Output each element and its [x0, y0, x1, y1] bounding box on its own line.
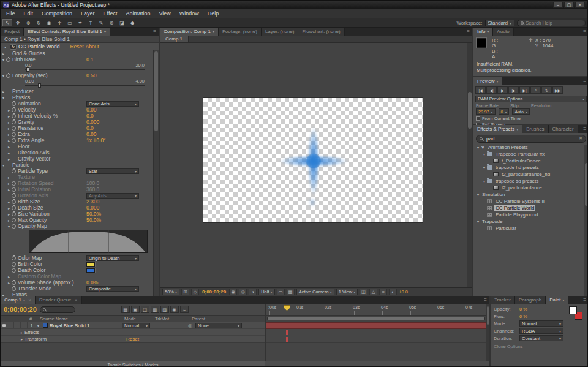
paint-mode-dropdown[interactable]: Normal▾ — [519, 320, 564, 327]
reset-link[interactable]: Reset — [70, 44, 83, 50]
composition-mini-flowchart-icon[interactable]: ▦ — [121, 306, 130, 313]
param-max-opacity[interactable]: ▸Max Opacity50.0% — [1, 217, 153, 223]
param-longevity-sec[interactable]: ▾Longevity (sec)0.50 — [1, 72, 153, 78]
menu-layer[interactable]: Layer — [77, 10, 99, 17]
preset-item-animation-presets[interactable]: ▾∗Animation Presets — [473, 144, 584, 151]
layer-duration-bar[interactable] — [266, 322, 486, 329]
show-channel-icon[interactable]: ◑ — [249, 289, 257, 295]
tab-layer-none[interactable]: Layer: (none) — [262, 28, 299, 36]
preset-item-t-particulardance[interactable]: t_ParticularDance — [473, 157, 584, 164]
param-value[interactable]: 360.0 — [86, 186, 99, 192]
minimize-button[interactable]: – — [553, 2, 563, 8]
toolbar-pan-behind-tool[interactable]: ✛ — [55, 19, 64, 26]
param-dropdown[interactable]: Composite▾ — [86, 286, 139, 292]
stopwatch-icon[interactable] — [12, 206, 16, 210]
timeline-button-icon[interactable]: ≡ — [379, 289, 387, 295]
toolbar-rotation-tool[interactable]: ↻ — [34, 19, 43, 26]
resolution-dropdown[interactable]: Auto▾ — [512, 108, 529, 115]
param-value[interactable]: 2.300 — [86, 199, 99, 205]
about-link[interactable]: About... — [86, 44, 104, 50]
param-rotation-speed[interactable]: ▸Rotation Speed100.0 — [1, 180, 153, 186]
close-button[interactable]: ✕ — [575, 2, 585, 8]
layer-transform-group[interactable]: ▸ Transform Reset — [1, 336, 265, 342]
toolbar-selection-tool[interactable]: ↖ — [2, 19, 12, 26]
stopwatch-icon[interactable] — [12, 138, 16, 143]
fx-icon[interactable]: fx — [10, 44, 17, 50]
param-value[interactable]: 0.50 — [86, 72, 97, 78]
stopwatch-icon[interactable] — [12, 287, 16, 291]
region-of-interest-icon[interactable]: ▭ — [277, 289, 285, 295]
param-custom-color-map[interactable]: ▸Custom Color Map — [1, 273, 153, 279]
time-ruler[interactable]: :00s01s02s03s04s05s06s07s — [265, 304, 486, 316]
twirl-icon[interactable]: ▾ — [475, 219, 481, 224]
param-value[interactable]: 0.000 — [86, 205, 99, 211]
param-grid-guides[interactable]: ▸Grid & Guides — [1, 50, 153, 56]
param-value[interactable]: 100.0 — [86, 180, 99, 186]
resolution-menu[interactable]: Half▾ — [258, 289, 274, 295]
twirl-icon[interactable]: ▾ — [481, 179, 487, 183]
stopwatch-icon[interactable] — [12, 102, 16, 106]
param-extras[interactable]: ▸Extras — [1, 292, 153, 296]
menu-view[interactable]: View — [154, 10, 175, 17]
param-direction-axis[interactable]: ▸Direction Axis — [1, 149, 153, 156]
tab-composition-comp-1[interactable]: Composition: Comp 1▾ — [160, 28, 219, 36]
paint-duration-dropdown[interactable]: Constant▾ — [519, 335, 564, 341]
preset-item-trapcode-hd-presets[interactable]: ▾trapcode hd presets — [473, 164, 584, 171]
parent-pickwhip-icon[interactable]: ◎ — [188, 323, 192, 328]
twirl-icon[interactable]: ▾ — [481, 152, 487, 156]
param-death-size[interactable]: ▸Death Size0.000 — [1, 205, 153, 211]
param-dropdown[interactable]: Star▾ — [86, 168, 139, 174]
panel-menu-icon[interactable]: ≡ — [581, 125, 588, 133]
twirl-icon[interactable]: ▸ — [6, 126, 12, 131]
transform-reset-link[interactable]: Reset — [126, 336, 139, 342]
stopwatch-icon[interactable] — [12, 126, 16, 131]
param-particle-type[interactable]: Particle TypeStar▾ — [1, 168, 153, 174]
twirl-icon[interactable]: ▸ — [6, 120, 12, 124]
param-value[interactable]: 0.00 — [86, 131, 97, 137]
graph-editor-icon[interactable]: ≈ — [180, 306, 189, 313]
stopwatch-icon[interactable] — [12, 256, 16, 260]
toolbar-brush-tool[interactable]: ✎ — [96, 19, 106, 26]
stopwatch-icon[interactable] — [12, 194, 16, 198]
twirl-icon[interactable]: ▾ — [36, 323, 41, 328]
preset-item-t2-particulardance[interactable]: t2_particulardance — [473, 184, 584, 191]
first-frame-button[interactable]: |◀ — [475, 86, 486, 94]
panel-menu-icon[interactable]: ≡ — [481, 296, 489, 304]
tab-tracker[interactable]: Tracker — [491, 296, 515, 304]
timeline-scrollbar[interactable] — [486, 304, 489, 361]
snapshot-icon[interactable]: ◉ — [229, 289, 237, 295]
audio-toggle-button[interactable]: ♪ — [530, 86, 541, 94]
solo-cell[interactable] — [14, 322, 21, 328]
preset-item-trapcode[interactable]: ▾Trapcode — [473, 218, 584, 225]
effect-controls-scrollbar[interactable] — [153, 50, 159, 296]
twirl-icon[interactable]: ▸ — [6, 132, 12, 137]
stopwatch-icon[interactable] — [12, 187, 16, 192]
twirl-icon[interactable]: ▸ — [6, 108, 12, 112]
clear-search-icon[interactable]: ✕ — [579, 136, 582, 141]
toggle-mask-paths-icon[interactable]: ◇ — [191, 289, 199, 295]
param-value[interactable]: 0.00 — [86, 107, 97, 113]
param-initial-rotation[interactable]: ▸Initial Rotation360.0 — [1, 186, 153, 192]
toolbar-zoom-tool[interactable]: ⊕ — [23, 19, 33, 26]
tab-info[interactable]: Info▾ — [473, 28, 493, 36]
param-size-variation[interactable]: ▸Size Variation50.0% — [1, 211, 153, 217]
toggle-switches-modes-button[interactable]: Toggle Switches / Modes — [1, 361, 265, 367]
twirl-icon[interactable]: ▸ — [6, 157, 12, 161]
stopwatch-icon[interactable] — [12, 262, 16, 267]
stopwatch-icon[interactable] — [12, 108, 16, 112]
last-frame-button[interactable]: ▶| — [519, 86, 530, 94]
param-floor[interactable]: ▸Floor — [1, 143, 153, 149]
twirl-icon[interactable]: ▸ — [6, 274, 12, 279]
twirl-icon[interactable]: ▸ — [6, 114, 12, 118]
twirl-icon[interactable]: ▾ — [1, 163, 6, 167]
stopwatch-icon[interactable] — [12, 114, 16, 118]
toolbar-pen-tool[interactable]: ✒ — [75, 19, 85, 26]
param-birth-size[interactable]: ▸Birth Size2.300 — [1, 199, 153, 205]
current-timecode[interactable]: 0;00;00;20 — [4, 306, 37, 313]
tab-character[interactable]: Character — [549, 125, 578, 133]
color-swatch[interactable] — [86, 262, 95, 267]
param-opacity-map[interactable]: ▾Opacity Map — [1, 223, 153, 229]
slider-knob[interactable] — [38, 83, 41, 88]
composition-viewer[interactable] — [160, 43, 472, 287]
stopwatch-icon[interactable] — [12, 224, 16, 229]
